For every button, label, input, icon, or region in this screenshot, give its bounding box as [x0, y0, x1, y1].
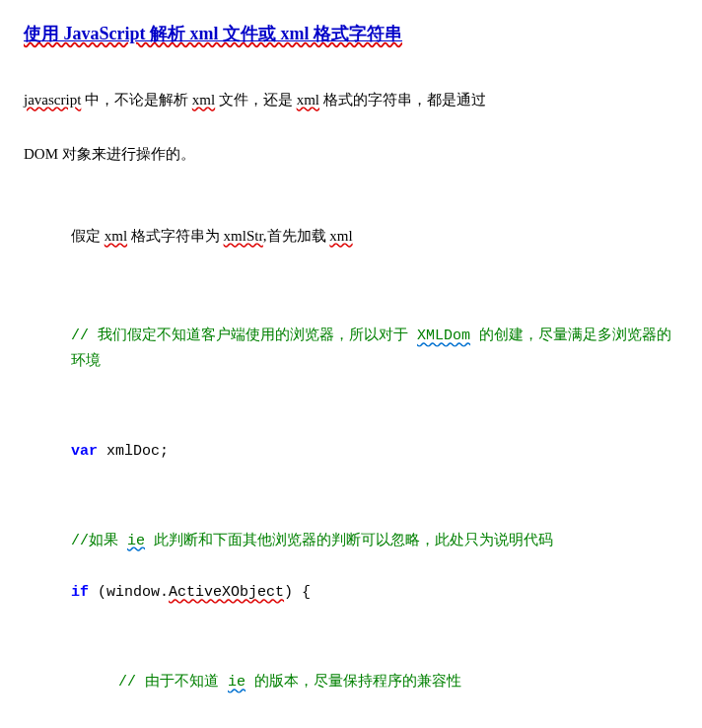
word: xml	[329, 228, 352, 244]
code-line: var ARR_ACTIVEX =	[24, 722, 678, 728]
intro-section: javascript 中，不论是解析 xml 文件，还是 xml 格式的字符串，…	[24, 84, 678, 171]
word: 格式的字符串，都是通过	[319, 92, 486, 108]
code-line: // 我们假定不知道客户端使用的浏览器，所以对于 XMLDom 的创建，尽量满足…	[24, 324, 678, 376]
intro-line-1: javascript 中，不论是解析 xml 文件，还是 xml 格式的字符串，…	[24, 84, 678, 116]
word: 文件，还是	[215, 92, 297, 108]
word: xml	[192, 92, 215, 108]
page-title: 使用 JavaScript 解析 xml 文件或 xml 格式字符串	[24, 20, 402, 48]
code-line: var xmlDoc;	[24, 439, 678, 465]
word: javascript	[24, 92, 81, 108]
code-line: //如果 ie 此判断和下面其他浏览器的判断可以忽略，此处只为说明代码	[24, 529, 678, 554]
word: xml	[105, 228, 127, 244]
word: xml	[297, 92, 319, 108]
code-line: if (window.ActiveXObject) {	[24, 580, 678, 606]
code-block: // 我们假定不知道客户端使用的浏览器，所以对于 XMLDom 的创建，尽量满足…	[24, 298, 678, 728]
word: 中，不论是解析	[81, 92, 192, 108]
word: DOM 对象来进行操作的。	[24, 146, 195, 162]
word: ,首先加载	[263, 228, 330, 244]
word: xmlStr	[224, 228, 263, 244]
intro-line-2: DOM 对象来进行操作的。	[24, 138, 678, 171]
assume-line: 假定 xml 格式字符串为 xmlStr,首先加载 xml	[24, 220, 678, 253]
title-text: 使用 JavaScript 解析 xml 文件或 xml 格式字符串	[24, 24, 402, 43]
word: 假定	[71, 228, 105, 244]
word: 格式字符串为	[127, 228, 224, 244]
code-line: // 由于不知道 ie 的版本，尽量保持程序的兼容性	[24, 670, 678, 695]
